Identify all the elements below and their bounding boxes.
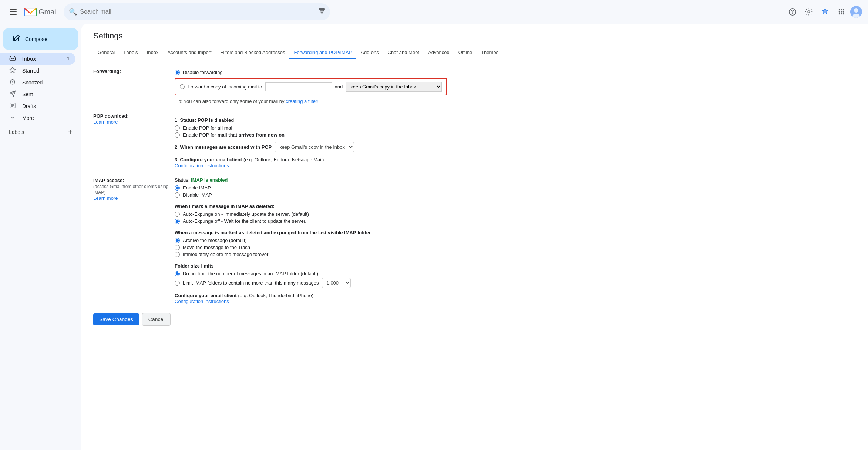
search-options-button[interactable] [318,7,326,17]
svg-point-16 [854,8,858,13]
tab-addons[interactable]: Add-ons [356,47,383,59]
svg-point-10 [841,11,842,13]
top-right-actions [785,4,862,19]
pop-enable-new-radio[interactable] [175,132,180,138]
search-icon: 🔍 [69,8,77,16]
tab-general[interactable]: General [93,47,119,59]
tab-accounts[interactable]: Accounts and Import [163,47,216,59]
imap-trash-radio[interactable] [175,245,180,250]
settings-button[interactable] [801,4,816,19]
tab-labels[interactable]: Labels [119,47,142,59]
forward-copy-box: Forward a copy of incoming mail to and k… [175,78,447,95]
imap-disable-option: Disable IMAP [175,192,856,198]
assistant-button[interactable] [818,4,832,19]
apps-button[interactable] [834,4,849,19]
pop-learn-more-link[interactable]: Learn more [93,119,118,125]
sidebar-label-more: More [22,115,70,121]
pop-enable-all-label: Enable POP for all mail [183,125,234,131]
imap-no-limit-label: Do not limit the number of messages in a… [183,271,318,276]
tab-forwarding[interactable]: Forwarding and POP/IMAP [289,47,356,59]
imap-learn-more-link[interactable]: Learn more [93,195,118,201]
forward-copy-radio[interactable] [180,84,185,89]
content-area: Settings General Labels Inbox Accounts a… [81,24,868,450]
disable-forwarding-option: Disable forwarding [175,70,856,75]
compose-button[interactable]: Compose [3,28,78,50]
hamburger-button[interactable] [6,4,21,19]
imap-enable-label: Enable IMAP [183,185,211,191]
imap-expunge-off-radio[interactable] [175,219,180,224]
sidebar-item-sent[interactable]: Sent [0,88,75,100]
svg-point-7 [841,9,842,11]
imap-limit-radio[interactable] [175,281,180,286]
draft-icon [9,102,16,111]
svg-point-13 [841,13,842,15]
imap-configure-row: Configure your email client (e.g. Outloo… [175,292,856,304]
tab-themes[interactable]: Themes [477,47,503,59]
clock-icon [9,78,16,87]
imap-expunge-off-label: Auto-Expunge off - Wait for the client t… [183,218,306,224]
imap-label-col: IMAP access: (access Gmail from other cl… [93,177,175,304]
forward-email-input[interactable] [265,82,332,91]
help-button[interactable] [785,4,800,19]
inbox-icon [9,55,16,63]
imap-archive-option: Archive the message (default) [175,238,856,243]
creating-filter-link[interactable]: creating a filter! [286,98,319,104]
imap-deleted-title: When I mark a message in IMAP as deleted… [175,204,856,209]
save-changes-button[interactable]: Save Changes [93,313,139,325]
pop-configure-desc: (e.g. Outlook, Eudora, Netscape Mail) [243,157,324,162]
sidebar-item-more[interactable]: More [0,112,75,124]
disable-forwarding-radio[interactable] [175,70,180,75]
tab-filters[interactable]: Filters and Blocked Addresses [216,47,290,59]
imap-disable-radio[interactable] [175,192,180,198]
tab-inbox[interactable]: Inbox [142,47,163,59]
disable-forwarding-label: Disable forwarding [183,70,223,75]
tab-offline[interactable]: Offline [454,47,477,59]
imap-expunge-on-radio[interactable] [175,212,180,217]
chevron-down-icon [9,114,16,122]
sidebar-item-drafts[interactable]: Drafts [0,100,75,112]
and-label: and [335,84,343,90]
pop-when-accessed-row: 2. When messages are accessed with POP k… [175,142,856,152]
cancel-button[interactable]: Cancel [142,313,171,326]
avatar[interactable] [850,6,862,18]
imap-archive-radio[interactable] [175,238,180,243]
labels-title: Labels [9,129,24,135]
imap-config-link[interactable]: Configuration instructions [175,299,229,304]
sidebar-label-inbox: Inbox [22,56,61,62]
imap-label: IMAP access: [93,178,124,183]
imap-status-value: IMAP is enabled [191,177,228,183]
add-label-button[interactable]: + [65,127,75,137]
compose-icon [12,34,21,44]
imap-no-limit-radio[interactable] [175,271,180,276]
pop-label: POP download: [93,113,129,119]
pop-status-label: 1. Status: POP is disabled [175,117,856,123]
settings-content: Forwarding: Disable forwarding Forward a… [81,59,868,346]
sidebar-item-inbox[interactable]: Inbox 1 [0,53,75,65]
buttons-row: Save Changes Cancel [93,313,856,338]
pop-configure-row: 3. Configure your email client (e.g. Out… [175,157,856,168]
imap-expunge-on-label: Auto-Expunge on - Immediately update the… [183,211,309,217]
tab-advanced[interactable]: Advanced [424,47,454,59]
imap-delete-radio[interactable] [175,252,180,257]
sidebar-label-starred: Starred [22,68,70,74]
sidebar-item-snoozed[interactable]: Snoozed [0,77,75,88]
imap-enable-radio[interactable] [175,185,180,191]
pop-when-accessed-select[interactable]: keep Gmail's copy in the Inbox archive G… [275,142,354,152]
pop-label-col: POP download: Learn more [93,113,175,168]
send-icon [9,90,16,99]
sidebar-label-drafts: Drafts [22,103,70,109]
imap-limit-select[interactable]: 1,000 2,000 5,000 10,000 [322,278,351,288]
sidebar-item-starred[interactable]: Starred [0,65,75,77]
star-icon [9,67,16,75]
tab-chat[interactable]: Chat and Meet [383,47,424,59]
forward-action-select[interactable]: keep Gmail's copy in the Inbox archive G… [346,82,442,92]
settings-title: Settings [93,31,856,41]
main-layout: Compose Inbox 1 Starred Snoozed Se [0,24,868,450]
svg-point-8 [843,9,844,11]
imap-folder-title: Folder size limits [175,263,856,269]
sidebar-label-sent: Sent [22,91,70,97]
pop-config-link[interactable]: Configuration instructions [175,163,229,168]
search-input[interactable] [64,3,330,20]
svg-point-12 [839,13,840,15]
pop-enable-all-radio[interactable] [175,125,180,131]
